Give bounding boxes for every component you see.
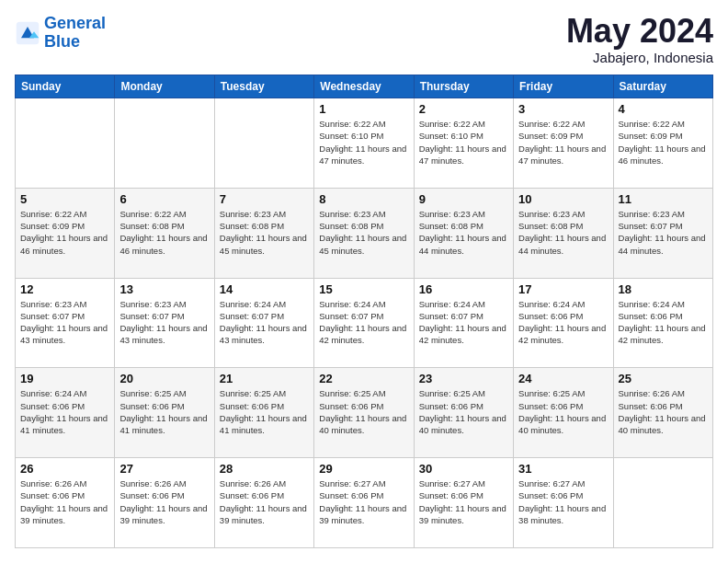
table-row: 30Sunrise: 6:27 AM Sunset: 6:06 PM Dayli… [414,458,513,548]
day-number: 20 [119,372,209,385]
table-row: 20Sunrise: 6:25 AM Sunset: 6:06 PM Dayli… [115,368,214,458]
day-number: 7 [220,192,309,206]
table-row: 10Sunrise: 6:23 AM Sunset: 6:08 PM Dayli… [514,188,613,278]
col-saturday: Saturday [613,75,712,98]
table-row: 28Sunrise: 6:26 AM Sunset: 6:06 PM Dayli… [214,458,313,548]
cell-info: Sunrise: 6:23 AM Sunset: 6:07 PM Dayligh… [619,208,708,257]
table-row: 31Sunrise: 6:27 AM Sunset: 6:06 PM Dayli… [514,458,613,548]
day-number: 3 [518,102,608,116]
cell-info: Sunrise: 6:25 AM Sunset: 6:06 PM Dayligh… [419,387,508,436]
cell-info: Sunrise: 6:25 AM Sunset: 6:06 PM Dayligh… [518,387,608,436]
table-row [115,98,214,189]
logo-text: General Blue [44,15,106,52]
cell-info: Sunrise: 6:27 AM Sunset: 6:06 PM Dayligh… [518,477,608,526]
table-row: 8Sunrise: 6:23 AM Sunset: 6:08 PM Daylig… [314,188,414,278]
calendar-header-row: Sunday Monday Tuesday Wednesday Thursday… [16,75,713,98]
day-number: 25 [619,372,708,385]
table-row: 25Sunrise: 6:26 AM Sunset: 6:06 PM Dayli… [613,368,712,458]
day-number: 12 [20,282,109,296]
calendar-week-row: 26Sunrise: 6:26 AM Sunset: 6:06 PM Dayli… [16,458,713,548]
table-row: 22Sunrise: 6:25 AM Sunset: 6:06 PM Dayli… [314,368,414,458]
cell-info: Sunrise: 6:25 AM Sunset: 6:06 PM Dayligh… [319,387,408,436]
col-sunday: Sunday [16,75,115,98]
day-number: 19 [20,372,109,385]
table-row: 16Sunrise: 6:24 AM Sunset: 6:07 PM Dayli… [414,278,513,368]
table-row: 29Sunrise: 6:27 AM Sunset: 6:06 PM Dayli… [314,458,414,548]
table-row: 12Sunrise: 6:23 AM Sunset: 6:07 PM Dayli… [16,278,115,368]
calendar-week-row: 19Sunrise: 6:24 AM Sunset: 6:06 PM Dayli… [16,368,713,458]
cell-info: Sunrise: 6:27 AM Sunset: 6:06 PM Dayligh… [419,477,508,526]
day-number: 4 [619,102,708,116]
cell-info: Sunrise: 6:22 AM Sunset: 6:09 PM Dayligh… [20,208,109,257]
table-row: 4Sunrise: 6:22 AM Sunset: 6:09 PM Daylig… [613,98,712,189]
header: General Blue May 2024 Jabajero, Indonesi… [15,15,713,65]
col-friday: Friday [514,75,613,98]
cell-info: Sunrise: 6:27 AM Sunset: 6:06 PM Dayligh… [319,477,408,526]
cell-info: Sunrise: 6:26 AM Sunset: 6:06 PM Dayligh… [619,387,708,436]
table-row: 18Sunrise: 6:24 AM Sunset: 6:06 PM Dayli… [613,278,712,368]
cell-info: Sunrise: 6:24 AM Sunset: 6:06 PM Dayligh… [619,298,708,347]
day-number: 30 [419,462,508,476]
cell-info: Sunrise: 6:26 AM Sunset: 6:06 PM Dayligh… [220,477,309,526]
table-row: 7Sunrise: 6:23 AM Sunset: 6:08 PM Daylig… [214,188,313,278]
calendar-week-row: 5Sunrise: 6:22 AM Sunset: 6:09 PM Daylig… [16,188,713,278]
day-number: 24 [518,372,608,385]
logo: General Blue [15,15,106,52]
table-row: 1Sunrise: 6:22 AM Sunset: 6:10 PM Daylig… [314,98,414,189]
col-monday: Monday [115,75,214,98]
day-number: 22 [319,372,408,385]
day-number: 16 [419,282,508,296]
day-number: 23 [419,372,508,385]
table-row: 26Sunrise: 6:26 AM Sunset: 6:06 PM Dayli… [16,458,115,548]
cell-info: Sunrise: 6:23 AM Sunset: 6:08 PM Dayligh… [319,208,408,257]
cell-info: Sunrise: 6:22 AM Sunset: 6:10 PM Dayligh… [319,118,408,167]
table-row: 11Sunrise: 6:23 AM Sunset: 6:07 PM Dayli… [613,188,712,278]
day-number: 1 [319,102,408,116]
day-number: 18 [619,282,708,296]
table-row: 3Sunrise: 6:22 AM Sunset: 6:09 PM Daylig… [514,98,613,189]
table-row: 9Sunrise: 6:23 AM Sunset: 6:08 PM Daylig… [414,188,513,278]
day-number: 9 [419,192,508,206]
day-number: 8 [319,192,408,206]
cell-info: Sunrise: 6:22 AM Sunset: 6:09 PM Dayligh… [619,118,708,167]
table-row [613,458,712,548]
table-row: 5Sunrise: 6:22 AM Sunset: 6:09 PM Daylig… [16,188,115,278]
day-number: 21 [220,372,309,385]
cell-info: Sunrise: 6:24 AM Sunset: 6:07 PM Dayligh… [419,298,508,347]
day-number: 11 [619,192,708,206]
day-number: 13 [119,282,209,296]
cell-info: Sunrise: 6:23 AM Sunset: 6:07 PM Dayligh… [20,298,109,347]
table-row: 13Sunrise: 6:23 AM Sunset: 6:07 PM Dayli… [115,278,214,368]
calendar-table: Sunday Monday Tuesday Wednesday Thursday… [15,75,713,548]
table-row: 21Sunrise: 6:25 AM Sunset: 6:06 PM Dayli… [214,368,313,458]
col-tuesday: Tuesday [214,75,313,98]
table-row: 19Sunrise: 6:24 AM Sunset: 6:06 PM Dayli… [16,368,115,458]
day-number: 5 [20,192,109,206]
col-thursday: Thursday [414,75,513,98]
cell-info: Sunrise: 6:23 AM Sunset: 6:07 PM Dayligh… [119,298,209,347]
calendar-week-row: 12Sunrise: 6:23 AM Sunset: 6:07 PM Dayli… [16,278,713,368]
cell-info: Sunrise: 6:25 AM Sunset: 6:06 PM Dayligh… [220,387,309,436]
location-subtitle: Jabajero, Indonesia [566,50,713,65]
cell-info: Sunrise: 6:22 AM Sunset: 6:10 PM Dayligh… [419,118,508,167]
day-number: 26 [20,462,109,476]
cell-info: Sunrise: 6:26 AM Sunset: 6:06 PM Dayligh… [119,477,209,526]
day-number: 10 [518,192,608,206]
day-number: 6 [119,192,209,206]
col-wednesday: Wednesday [314,75,414,98]
cell-info: Sunrise: 6:22 AM Sunset: 6:09 PM Dayligh… [518,118,608,167]
cell-info: Sunrise: 6:24 AM Sunset: 6:06 PM Dayligh… [20,387,109,436]
cell-info: Sunrise: 6:23 AM Sunset: 6:08 PM Dayligh… [419,208,508,257]
table-row: 27Sunrise: 6:26 AM Sunset: 6:06 PM Dayli… [115,458,214,548]
day-number: 28 [220,462,309,476]
table-row [16,98,115,189]
day-number: 27 [119,462,209,476]
page: General Blue May 2024 Jabajero, Indonesi… [0,0,728,563]
table-row: 6Sunrise: 6:22 AM Sunset: 6:08 PM Daylig… [115,188,214,278]
day-number: 14 [220,282,309,296]
day-number: 29 [319,462,408,476]
table-row [214,98,313,189]
logo-line1: General [44,14,106,32]
title-area: May 2024 Jabajero, Indonesia [566,15,713,65]
day-number: 15 [319,282,408,296]
